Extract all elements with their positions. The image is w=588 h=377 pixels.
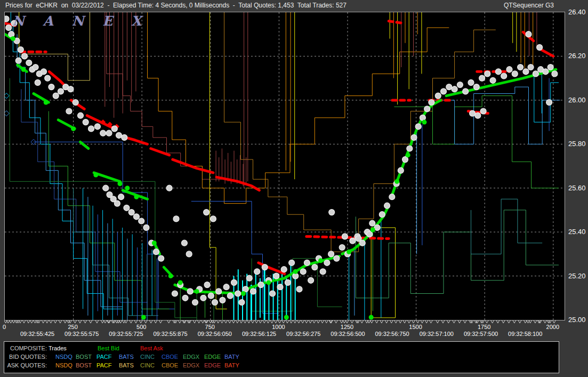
legend-item-trades: Trades	[49, 345, 67, 351]
x-tick-label: 250	[68, 324, 77, 330]
legend-row-label: ASK QUOTES:	[4, 362, 47, 368]
legend-item-bost: BOST	[76, 354, 92, 360]
legend-item-best-ask: Best Ask	[140, 345, 163, 351]
legend-item-edgx: EDGX	[183, 362, 199, 368]
legend-item-edgx: EDGX	[183, 354, 199, 360]
timestamp-label: 09:32:56:500	[331, 331, 365, 337]
legend-item-pacf: PACF	[96, 362, 112, 368]
timestamp-label: 09:32:57:500	[464, 331, 498, 337]
legend-item-pacf: PACF	[96, 354, 112, 360]
quote-spike-lines	[11, 12, 549, 320]
y-axis-label: 25.80	[568, 140, 586, 148]
legend-item-bats: BATS	[119, 362, 134, 368]
x-tick-label: 750	[205, 324, 215, 330]
timestamp-label: 09:32:56:050	[198, 331, 232, 337]
timestamp-label: 09:32:55:875	[153, 331, 187, 337]
timestamp-label: 09:32:55:575	[65, 331, 99, 337]
y-axis-label: 26.20	[568, 52, 586, 60]
y-axis-label: 25.60	[568, 184, 586, 192]
best-bid-line	[5, 34, 556, 293]
legend-item-bats: BATS	[119, 354, 134, 360]
y-axis-label: 25.40	[568, 228, 586, 236]
legend-item-nsdq: NSDQ	[55, 362, 73, 368]
price-chart[interactable]	[5, 12, 565, 320]
legend-item-bost: BOST	[76, 362, 92, 368]
legend-row-label: COMPOSITE:	[4, 345, 47, 351]
legend-item-cboe: CBOE	[162, 354, 178, 360]
x-tick-label: 2000	[546, 324, 559, 330]
diamond-markers	[5, 93, 119, 145]
x-tick-label: 1250	[341, 324, 353, 330]
legend-item-baty: BATY	[224, 362, 239, 368]
legend-item-cinc: CINC	[140, 354, 155, 360]
timestamp-label: 09:32:58:100	[508, 331, 542, 337]
x-tick-label: 1000	[272, 324, 285, 330]
timestamp-label: 09:32:55:425	[20, 331, 54, 337]
legend-row-label: BID QUOTES:	[4, 354, 47, 360]
legend-item-edge: EDGE	[204, 354, 221, 360]
timestamp-label: 09:32:55:725	[109, 331, 143, 337]
legend-row: ASK QUOTES:NSDQBOSTPACFBATSCINCCBOEEDGXE…	[4, 362, 559, 370]
qtsequencer-window: { "window": { "title_left": "Prices for …	[0, 0, 588, 377]
app-name: QTSequencer G3	[504, 2, 554, 9]
y-axis-label: 25.00	[568, 316, 586, 324]
title-bar: Prices for eCHKR on 03/22/2012 - Elapsed…	[0, 0, 588, 11]
legend-item-baty: BATY	[224, 354, 239, 360]
legend-panel: COMPOSITE:TradesBest BidBest AskBID QUOT…	[4, 341, 559, 373]
legend-item-cinc: CINC	[140, 362, 155, 368]
timestamp-label: 09:32:56:125	[242, 331, 276, 337]
x-tick-label: 1500	[409, 324, 422, 330]
legend-item-edge: EDGE	[204, 362, 221, 368]
y-axis-label: 25.20	[568, 272, 586, 280]
legend-item-nsdq: NSDQ	[55, 354, 73, 360]
y-axis-label: 26.40	[568, 8, 586, 16]
x-tick-label: 1750	[478, 324, 490, 330]
legend-item-best-bid: Best Bid	[98, 345, 119, 351]
x-tick-label: 500	[136, 324, 146, 330]
chart-plot-area[interactable]: N A N E X	[4, 12, 565, 320]
chart-title: Prices for eCHKR on 03/22/2012 - Elapsed…	[5, 2, 347, 9]
x-tick-label: 0	[3, 324, 6, 330]
timestamp-label: 09:32:57:100	[420, 331, 454, 337]
timestamp-label: 09:32:56:750	[375, 331, 409, 337]
y-axis-label: 26.00	[568, 96, 586, 104]
timestamp-label: 09:32:56:275	[286, 331, 320, 337]
legend-row: COMPOSITE:TradesBest BidBest Ask	[4, 345, 559, 352]
legend-row: BID QUOTES:NSDQBOSTPACFBATSCINCCBOEEDGXE…	[4, 354, 559, 361]
legend-item-cboe: CBOE	[162, 362, 178, 368]
